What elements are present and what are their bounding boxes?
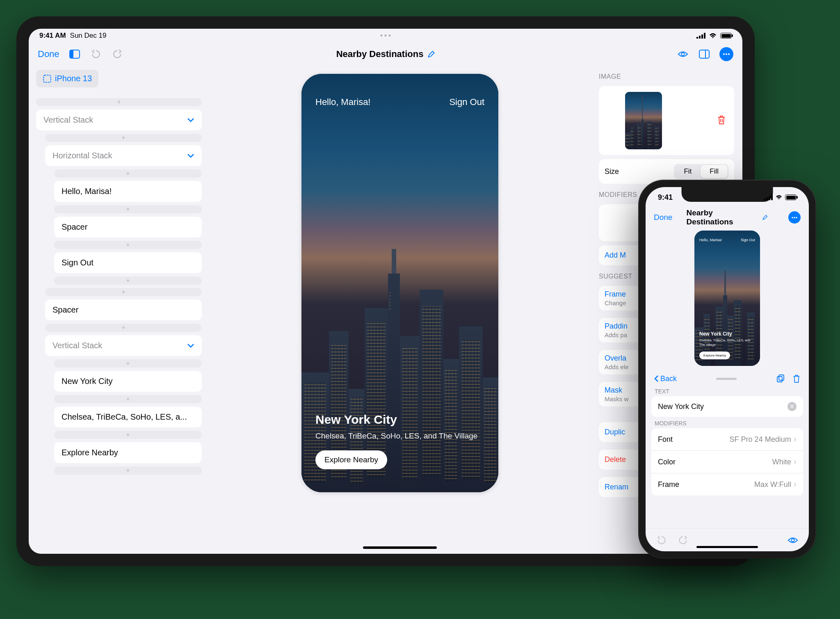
- preview-hello-text: Hello, Marisa!: [315, 97, 370, 107]
- size-label: Size: [605, 167, 619, 176]
- undo-icon[interactable]: [90, 49, 102, 59]
- multitask-dots-icon[interactable]: [381, 34, 391, 37]
- preview-explore-button: Explore Nearby: [315, 450, 387, 469]
- iphone-sheet-header: Back: [646, 370, 809, 385]
- preview-eye-icon[interactable]: [787, 535, 799, 546]
- undo-icon[interactable]: [655, 535, 668, 546]
- add-button[interactable]: +: [45, 324, 202, 332]
- mini-hello: Hello, Marisa!: [699, 238, 722, 242]
- rename-pencil-icon[interactable]: [427, 50, 435, 58]
- redo-icon[interactable]: [111, 49, 123, 59]
- tree-item-subtitle[interactable]: Chelsea, TriBeCa, SoHo, LES, a...: [54, 407, 202, 427]
- back-button[interactable]: Back: [654, 375, 677, 383]
- tree-vertical-stack-2[interactable]: Vertical Stack: [45, 335, 202, 356]
- size-fit-option[interactable]: Fit: [675, 165, 701, 178]
- modifiers-section-label: MODIFIERS: [646, 417, 809, 428]
- image-thumbnail[interactable]: [625, 92, 662, 149]
- mini-subtitle: Chelsea, TriBeCa, SoHo, LES, and The Vil…: [699, 338, 755, 347]
- add-button[interactable]: +: [45, 288, 202, 296]
- size-fill-option[interactable]: Fill: [701, 165, 728, 178]
- signal-icon: [696, 33, 705, 39]
- add-button[interactable]: +: [54, 241, 202, 249]
- tree-item-hello[interactable]: Hello, Marisa!: [54, 181, 202, 202]
- iphone-more-button[interactable]: [788, 211, 801, 224]
- iphone-screen: 9:41 Done Nearby Destinations Hello, Mar…: [646, 187, 809, 551]
- mini-button: Explore Nearby: [699, 352, 730, 359]
- device-selector-chip[interactable]: iPhone 13: [36, 70, 98, 87]
- battery-icon: [720, 33, 732, 39]
- add-button[interactable]: +: [54, 276, 202, 285]
- iphone-done-button[interactable]: Done: [654, 213, 672, 222]
- svg-point-14: [791, 539, 794, 541]
- text-section-label: TEXT: [646, 385, 809, 396]
- modifier-row-font[interactable]: FontSF Pro 24 Medium: [651, 428, 803, 451]
- tree-item-explore[interactable]: Explore Nearby: [54, 442, 202, 463]
- add-button[interactable]: +: [45, 134, 202, 142]
- svg-point-10: [794, 217, 795, 218]
- size-segmented-control[interactable]: Fit Fill: [674, 164, 728, 179]
- iphone-preview[interactable]: Hello, Marisa! Sign Out New York City Ch…: [694, 231, 760, 366]
- redo-icon[interactable]: [677, 535, 689, 546]
- trash-icon[interactable]: [792, 374, 801, 383]
- more-menu-button[interactable]: [719, 47, 733, 61]
- chevron-down-icon: [187, 118, 194, 123]
- iphone-toolbar: Done Nearby Destinations: [646, 208, 809, 227]
- image-thumbnail-card: [599, 86, 734, 155]
- ipad-home-indicator[interactable]: [363, 546, 437, 549]
- add-above-button[interactable]: +: [36, 98, 202, 106]
- tree-item-signout[interactable]: Sign Out: [54, 252, 202, 273]
- svg-rect-1: [70, 50, 73, 58]
- add-button[interactable]: +: [54, 205, 202, 213]
- svg-point-9: [792, 217, 793, 218]
- wifi-icon: [709, 33, 717, 39]
- text-value-field[interactable]: New York City ✕: [651, 396, 803, 417]
- ipad-screen: 9:41 AM Sun Dec 19 Done Nearby Destinati…: [29, 29, 742, 554]
- svg-rect-12: [777, 377, 782, 382]
- tree-item-spacer[interactable]: Spacer: [54, 217, 202, 238]
- ipad-toolbar: Done Nearby Destinations: [29, 43, 742, 66]
- chevron-down-icon: [187, 153, 194, 158]
- iphone-document-title[interactable]: Nearby Destinations: [687, 208, 768, 226]
- svg-point-2: [681, 53, 684, 55]
- document-title[interactable]: Nearby Destinations: [336, 49, 435, 59]
- add-button[interactable]: +: [54, 169, 202, 178]
- iphone-status-time: 9:41: [658, 193, 673, 202]
- modifier-row-color[interactable]: ColorWhite: [651, 451, 803, 473]
- signal-icon: [764, 194, 773, 200]
- status-time: 9:41 AM: [39, 32, 66, 40]
- add-button[interactable]: +: [54, 395, 202, 403]
- modifier-row-frame[interactable]: FrameMax W:Full: [651, 473, 803, 496]
- svg-rect-13: [779, 375, 784, 380]
- duplicate-icon[interactable]: [776, 374, 785, 383]
- chevron-right-icon: [794, 457, 797, 467]
- preview-subtitle-text: Chelsea, TriBeCa, SoHo, LES, and The Vil…: [315, 431, 484, 441]
- layer-tree-sidebar: iPhone 13 + Vertical Stack + Horizontal …: [29, 66, 209, 554]
- tree-item-nyc[interactable]: New York City: [54, 371, 202, 392]
- delete-image-button[interactable]: [717, 115, 726, 127]
- sheet-grabber[interactable]: [716, 378, 737, 380]
- iphone-home-indicator[interactable]: [696, 546, 758, 548]
- tree-vertical-stack[interactable]: Vertical Stack: [36, 110, 202, 130]
- phone-preview[interactable]: Hello, Marisa! Sign Out New York City Ch…: [301, 74, 498, 492]
- chevron-right-icon: [794, 434, 797, 445]
- wifi-icon: [775, 195, 783, 200]
- chevron-down-icon: [187, 343, 194, 348]
- rename-pencil-icon[interactable]: [762, 215, 768, 220]
- svg-rect-3: [699, 50, 709, 58]
- add-button[interactable]: +: [54, 431, 202, 439]
- modifiers-list: FontSF Pro 24 Medium ColorWhite FrameMax…: [651, 428, 803, 496]
- preview-title-text: New York City: [315, 413, 484, 427]
- canvas-area[interactable]: Hello, Marisa! Sign Out New York City Ch…: [209, 66, 591, 554]
- svg-point-5: [723, 53, 725, 55]
- add-button[interactable]: +: [54, 359, 202, 368]
- add-button[interactable]: +: [54, 466, 202, 475]
- preview-eye-icon[interactable]: [677, 49, 689, 59]
- done-button[interactable]: Done: [38, 49, 59, 59]
- clear-text-button[interactable]: ✕: [788, 402, 797, 411]
- sidebar-toggle-icon[interactable]: [68, 49, 81, 59]
- tree-item-spacer[interactable]: Spacer: [45, 299, 202, 320]
- iphone-canvas[interactable]: Hello, Marisa! Sign Out New York City Ch…: [646, 227, 809, 370]
- tree-horizontal-stack[interactable]: Horizontal Stack: [45, 145, 202, 166]
- inspector-toggle-icon[interactable]: [698, 49, 710, 59]
- iphone-status-bar: 9:41: [646, 187, 809, 208]
